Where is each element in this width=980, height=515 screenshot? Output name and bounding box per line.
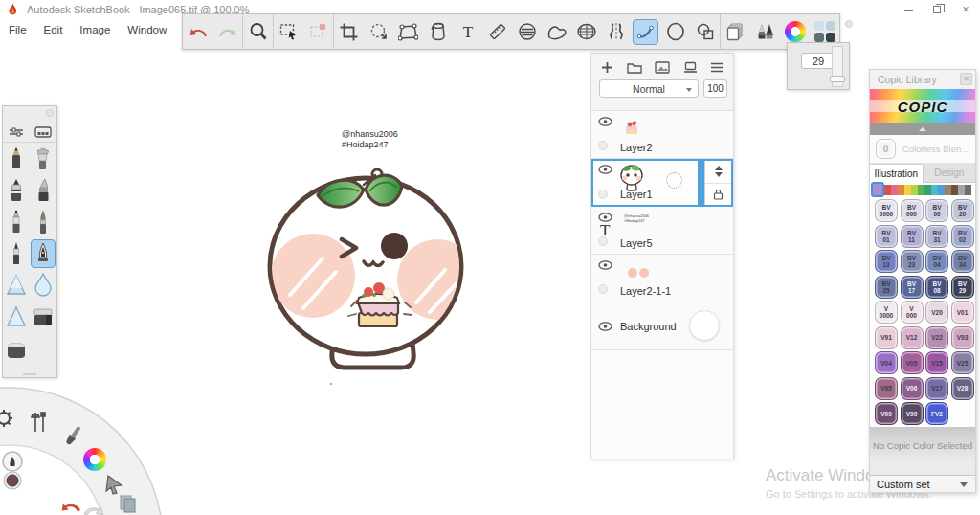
brush-airbrush-marker[interactable] xyxy=(3,174,30,206)
close-button[interactable]: × xyxy=(951,0,980,19)
copic-swatch-v12[interactable]: V12 xyxy=(901,326,924,349)
minimize-button[interactable] xyxy=(894,0,923,19)
brush-water-drop[interactable] xyxy=(30,269,56,301)
zoom-tool[interactable] xyxy=(243,14,273,49)
brush-airbrush-cone[interactable] xyxy=(3,269,30,301)
copic-colorless-row[interactable]: 0 Colorless Blen... xyxy=(870,135,975,164)
brush-size-value[interactable]: 29 xyxy=(801,53,835,69)
layer-lock-ring[interactable] xyxy=(598,284,608,294)
layer-row-background[interactable]: Background xyxy=(591,302,733,350)
select-tool[interactable] xyxy=(274,14,303,49)
layer-row-layer2-1-1[interactable]: Layer2-1-1 xyxy=(591,255,733,302)
copic-swatch-v99[interactable]: V99 xyxy=(901,402,924,425)
copic-category-11[interactable] xyxy=(951,185,958,195)
brush-eraser-round[interactable] xyxy=(3,332,30,364)
copic-swatch-v20[interactable]: V20 xyxy=(925,301,948,324)
brush-size-slider[interactable] xyxy=(832,46,843,87)
layers-menu-icon[interactable] xyxy=(710,62,724,73)
menu-window[interactable]: Window xyxy=(119,21,175,38)
brush-smudge-triangle[interactable] xyxy=(3,301,30,332)
redo-button[interactable] xyxy=(212,14,242,49)
layer-row-layer2[interactable]: Layer2 xyxy=(591,111,733,159)
layer-lock-ring[interactable] xyxy=(598,236,608,246)
layer-editor-button[interactable] xyxy=(721,14,750,49)
copic-category-7[interactable] xyxy=(924,185,931,195)
pen-puck-icon[interactable] xyxy=(3,452,22,471)
copic-swatch-v22[interactable]: V22 xyxy=(925,326,948,349)
layer-row-layer1-selected[interactable]: Layer1 xyxy=(591,159,733,207)
copic-swatch-v000[interactable]: V000 xyxy=(901,301,924,324)
copic-category-9[interactable] xyxy=(938,185,945,195)
palette-resize-notch[interactable] xyxy=(23,373,36,375)
copic-swatch-bv34[interactable]: BV34 xyxy=(951,250,974,273)
brush-fineliner[interactable] xyxy=(3,237,30,269)
copic-swatch-v04[interactable]: V04 xyxy=(875,351,898,374)
copic-swatch-bv0000[interactable]: BV0000 xyxy=(875,199,898,222)
color-puck-icon[interactable] xyxy=(4,472,21,489)
copic-swatch-v09[interactable]: V09 xyxy=(875,402,898,425)
steady-stroke-tool[interactable] xyxy=(631,14,660,49)
copic-swatch-bv01[interactable]: BV01 xyxy=(875,225,898,248)
import-image-icon[interactable] xyxy=(655,61,670,74)
ellipse-tool[interactable] xyxy=(660,14,690,49)
restore-button[interactable] xyxy=(923,0,951,19)
symmetry-tool[interactable] xyxy=(601,14,631,49)
menu-edit[interactable]: Edit xyxy=(35,21,72,38)
copic-swatch-bv31[interactable]: BV31 xyxy=(925,225,948,248)
copic-swatch-bv17[interactable]: BV17 xyxy=(901,276,924,299)
folder-icon[interactable] xyxy=(627,61,642,74)
layer-row-layer5[interactable]: T @nhansu2006 #Hoidap247 Layer5 xyxy=(591,207,733,255)
layer-lock-ring[interactable] xyxy=(598,190,608,199)
undo-button[interactable] xyxy=(183,14,212,49)
fill-tool[interactable] xyxy=(423,14,453,49)
colorless-blender-chip[interactable]: 0 xyxy=(876,139,896,159)
menu-file[interactable]: File xyxy=(0,21,35,38)
french-curve-tool[interactable] xyxy=(542,14,571,49)
brush-eraser-block[interactable] xyxy=(30,301,56,332)
toolbar-grip[interactable] xyxy=(845,20,853,28)
copic-swatch-v17[interactable]: V17 xyxy=(925,377,948,400)
tab-design[interactable]: Design xyxy=(924,164,976,183)
brush-pencil[interactable] xyxy=(3,143,30,174)
layer-visibility-icon[interactable] xyxy=(598,322,612,331)
copic-category-1[interactable] xyxy=(884,185,891,195)
layer-visibility-icon[interactable] xyxy=(598,260,612,270)
copic-swatch-bv000[interactable]: BV000 xyxy=(901,199,924,222)
copic-swatch-bv04[interactable]: BV04 xyxy=(925,250,948,273)
lagoon-color-wheel-icon[interactable] xyxy=(83,448,106,471)
tab-illustration[interactable]: Illustration xyxy=(870,164,924,183)
copic-swatch-v06[interactable]: V06 xyxy=(901,377,924,400)
layer-lock-button[interactable] xyxy=(705,184,731,206)
copic-swatch-v15[interactable]: V15 xyxy=(925,351,948,374)
copic-swatch-v05[interactable]: V05 xyxy=(901,351,924,374)
brush-splatter[interactable] xyxy=(30,143,56,174)
lagoon-layers-icon[interactable] xyxy=(121,496,135,512)
copic-swatch-bv25[interactable]: BV25 xyxy=(875,276,898,299)
ellipse-guide-tool[interactable] xyxy=(512,14,542,49)
brush-paintbrush[interactable] xyxy=(30,206,56,237)
transform-tool[interactable] xyxy=(393,14,423,49)
copic-category-5[interactable] xyxy=(911,185,918,195)
copic-swatch-v28[interactable]: V28 xyxy=(951,377,974,400)
menu-image[interactable]: Image xyxy=(71,21,119,38)
copic-category-13[interactable] xyxy=(965,185,971,195)
copic-swatch-v25[interactable]: V25 xyxy=(951,351,974,374)
copic-category-4[interactable] xyxy=(904,185,911,195)
brush-ballpoint[interactable] xyxy=(3,206,30,237)
copic-collapse-bar[interactable] xyxy=(870,123,975,135)
copic-category-0[interactable] xyxy=(873,184,882,195)
layer-visibility-icon[interactable] xyxy=(598,117,612,126)
perspective-tool[interactable] xyxy=(571,14,601,49)
text-tool[interactable]: T xyxy=(453,14,482,49)
copic-swatch-bv08[interactable]: BV08 xyxy=(925,276,948,299)
copic-set-dropdown[interactable]: Custom set xyxy=(870,475,975,492)
copic-category-12[interactable] xyxy=(958,185,965,195)
copic-swatch-bv02[interactable]: BV02 xyxy=(951,225,974,248)
copic-category-10[interactable] xyxy=(945,185,951,195)
copic-category-8[interactable] xyxy=(931,185,938,195)
crop-tool[interactable] xyxy=(334,14,364,49)
deselect-tool[interactable] xyxy=(303,14,333,49)
copic-swatch-bv11[interactable]: BV11 xyxy=(901,225,924,248)
background-color-swatch[interactable] xyxy=(689,310,720,341)
copic-swatch-v91[interactable]: V91 xyxy=(875,326,898,349)
